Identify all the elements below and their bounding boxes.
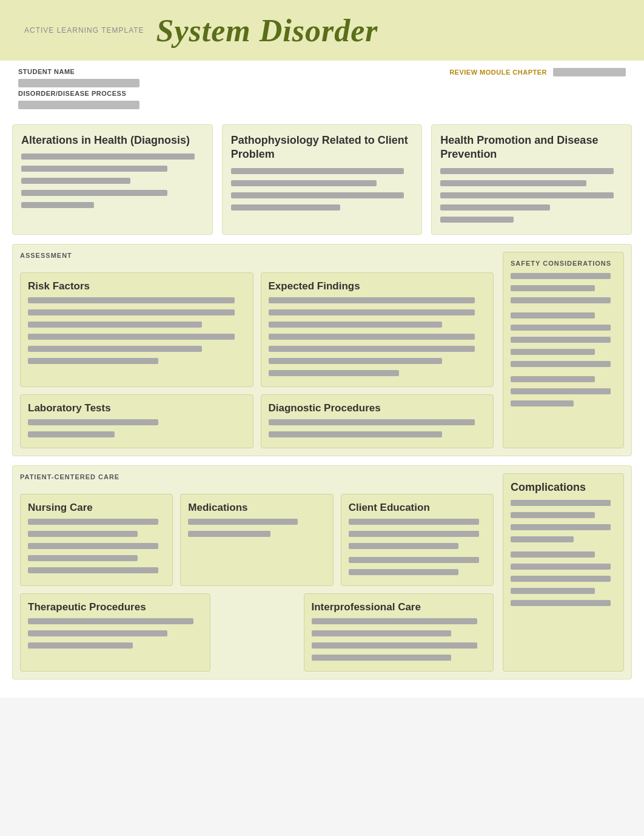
blurred-line [28,419,158,425]
pcc-main: PATIENT-CENTERED CARE Nursing Care [20,473,494,672]
blurred-line [28,309,235,315]
blurred-line [440,168,614,174]
blurred-line [511,524,611,530]
blurred-line [349,519,479,525]
card-alterations-content [21,153,204,211]
card-alterations-title: Alterations in Health (Diagnosis) [21,133,204,147]
card-nursing-care: Nursing Care [20,494,173,586]
safety-card: SAFETY CONSIDERATIONS [503,252,624,448]
blurred-line [511,564,611,570]
header-title: System Disorder [156,13,378,49]
blurred-line [511,285,595,291]
blurred-line [28,555,138,561]
blurred-line [511,312,595,319]
blurred-line [28,567,158,573]
blurred-line [21,178,130,184]
complications-card: Complications [503,473,624,672]
blurred-line [21,202,94,208]
blurred-line [28,519,158,525]
review-module-label: REVIEW MODULE CHAPTER [449,69,547,76]
assessment-top-row: Risk Factors Expected Findings [20,272,494,387]
blurred-line [28,642,133,649]
card-expected-findings: Expected Findings [261,272,494,387]
student-name-label: STUDENT NAME [18,68,139,75]
info-left: STUDENT NAME DISORDER/DISEASE PROCESS [18,68,139,109]
blurred-line [269,358,443,364]
blurred-line [511,388,611,394]
blurred-line [312,618,477,624]
blurred-line [269,431,443,437]
blurred-line [28,431,115,437]
blurred-line [28,543,158,549]
assessment-section: ASSESSMENT Risk Factors [12,244,632,456]
risk-factors-title: Risk Factors [28,280,246,292]
blurred-line [269,346,475,352]
header-label: ACTIVE LEARNING TEMPLATE [24,26,144,35]
pcc-label: PATIENT-CENTERED CARE [20,473,494,480]
blurred-line [511,551,595,558]
pcc-top-row: Nursing Care Medications [20,494,494,586]
blurred-line [188,519,298,525]
blurred-line [349,531,479,537]
assessment-layout: ASSESSMENT Risk Factors [20,252,624,448]
student-name-value [18,79,139,87]
blurred-line [312,642,477,649]
blurred-line [511,512,595,518]
card-interprofessional-care: Interprofessional Care [304,593,494,672]
interprofessional-care-title: Interprofessional Care [312,601,486,613]
expected-findings-title: Expected Findings [269,280,486,292]
blurred-line [231,204,340,211]
client-education-title: Client Education [349,502,486,514]
card-pathophysiology: Pathophysiology Related to Client Proble… [222,124,423,235]
blurred-line [511,500,611,506]
assessment-main: ASSESSMENT Risk Factors [20,252,494,448]
blurred-line [21,166,167,172]
card-risk-factors: Risk Factors [20,272,253,387]
therapeutic-procedures-title: Therapeutic Procedures [28,601,203,613]
blurred-line [312,630,451,636]
pcc-bottom-row: Therapeutic Procedures Interprofessional… [20,593,494,672]
blurred-line [28,358,158,364]
blurred-line [349,569,458,575]
blurred-line [511,361,611,367]
card-health-promotion-content [440,168,623,226]
blurred-line [511,325,611,331]
blurred-line [269,322,443,328]
card-pathophysiology-content [231,168,414,214]
blurred-line [511,337,611,343]
pcc-layout: PATIENT-CENTERED CARE Nursing Care [20,473,624,672]
card-medications: Medications [180,494,333,586]
blurred-line [511,536,574,542]
card-lab-tests: Laboratory Tests [20,394,253,448]
blurred-line [21,153,195,160]
blurred-line [440,217,513,223]
blurred-line [28,297,235,303]
blurred-line [269,419,475,425]
card-therapeutic-procedures: Therapeutic Procedures [20,593,210,672]
complications-title: Complications [511,481,616,494]
blurred-line [349,543,458,549]
nursing-care-title: Nursing Care [28,502,165,514]
card-client-education: Client Education [341,494,494,586]
blurred-line [28,322,202,328]
blurred-line [511,576,611,582]
info-right: REVIEW MODULE CHAPTER [449,68,626,76]
blurred-line [28,618,193,624]
pcc-section: PATIENT-CENTERED CARE Nursing Care [12,465,632,679]
blurred-line [28,346,202,352]
card-diagnostic-procedures: Diagnostic Procedures [261,394,494,448]
top-cards-row: Alterations in Health (Diagnosis) Pathop… [12,124,632,235]
card-pathophysiology-title: Pathophysiology Related to Client Proble… [231,133,414,162]
blurred-line [269,370,399,376]
blurred-line [28,531,138,537]
blurred-line [440,180,586,186]
blurred-line [511,600,611,606]
blurred-line [511,400,574,406]
blurred-line [231,180,377,186]
assessment-label: ASSESSMENT [20,252,494,259]
blurred-line [28,334,235,340]
blurred-line [269,309,475,315]
blurred-line [511,376,595,382]
card-alterations: Alterations in Health (Diagnosis) [12,124,213,235]
assessment-bottom-row: Laboratory Tests Diagnostic Procedures [20,394,494,448]
